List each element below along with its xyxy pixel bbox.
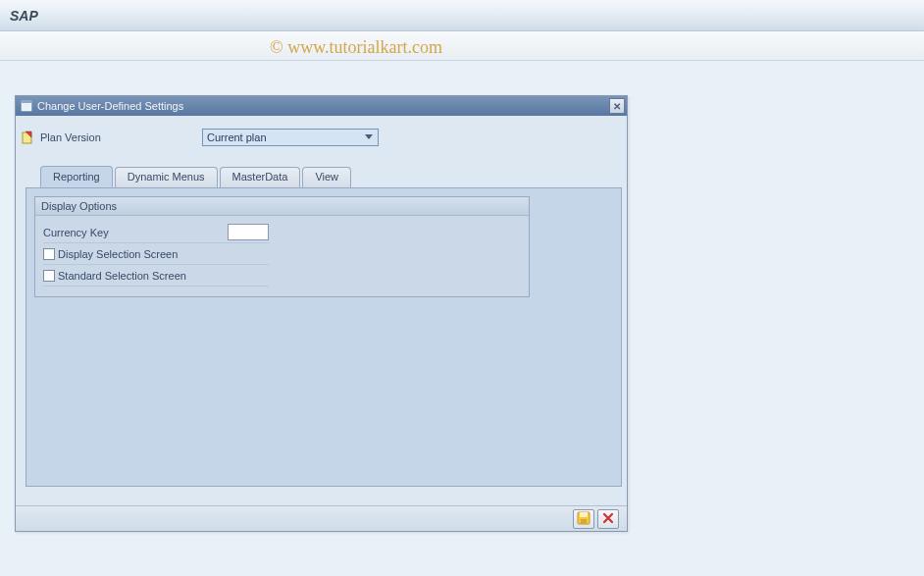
standard-selection-screen-checkbox[interactable]: [43, 270, 55, 282]
app-header: SAP: [0, 0, 924, 31]
display-options-title: Display Options: [35, 197, 529, 216]
app-toolbar: [0, 31, 924, 61]
app-title: SAP: [10, 8, 38, 24]
dialog-footer: [16, 505, 627, 531]
display-selection-screen-label: Display Selection Screen: [58, 248, 178, 260]
display-selection-screen-checkbox[interactable]: [43, 248, 55, 260]
display-selection-screen-row: Display Selection Screen: [43, 243, 269, 265]
dialog-body: Plan Version Current plan Reporting Dyna…: [16, 116, 627, 487]
save-button[interactable]: [573, 509, 594, 529]
standard-selection-screen-label: Standard Selection Screen: [58, 270, 186, 282]
svg-rect-1: [22, 101, 31, 103]
save-icon: [577, 511, 590, 527]
tab-view[interactable]: View: [302, 167, 351, 188]
svg-rect-5: [581, 519, 587, 524]
tab-strip: Reporting Dynamic Menus MasterData View: [40, 166, 622, 187]
tab-dynamic-menus[interactable]: Dynamic Menus: [115, 167, 218, 188]
main-content-area: Change User-Defined Settings ✕ Plan Vers…: [0, 61, 924, 576]
cancel-button[interactable]: [597, 509, 619, 529]
settings-dialog: Change User-Defined Settings ✕ Plan Vers…: [15, 95, 628, 532]
display-options-body: Currency Key Display Selection Screen St…: [35, 216, 529, 296]
plan-version-dropdown[interactable]: Current plan: [202, 129, 379, 146]
cancel-icon: [602, 512, 614, 526]
dialog-close-button[interactable]: ✕: [609, 98, 625, 114]
plan-version-value: Current plan: [207, 131, 362, 143]
close-icon: ✕: [613, 101, 621, 112]
dialog-titlebar: Change User-Defined Settings ✕: [16, 96, 627, 116]
tab-reporting[interactable]: Reporting: [40, 166, 113, 187]
standard-selection-screen-row: Standard Selection Screen: [43, 265, 269, 287]
currency-key-input[interactable]: [228, 224, 269, 240]
plan-version-row: Plan Version Current plan: [21, 129, 627, 146]
currency-key-label: Currency Key: [43, 227, 228, 238]
tab-panel-reporting: Display Options Currency Key Display Sel…: [26, 187, 622, 487]
dialog-icon: [20, 99, 33, 113]
currency-key-row: Currency Key: [43, 222, 269, 243]
dialog-title: Change User-Defined Settings: [37, 100, 609, 112]
svg-rect-4: [580, 512, 588, 517]
plan-version-label: Plan Version: [40, 131, 202, 143]
chevron-down-icon: [362, 131, 376, 144]
tab-container: Reporting Dynamic Menus MasterData View …: [26, 166, 622, 487]
plan-version-icon: [21, 130, 36, 145]
tab-master-data[interactable]: MasterData: [220, 167, 301, 188]
display-options-group: Display Options Currency Key Display Sel…: [34, 196, 530, 297]
